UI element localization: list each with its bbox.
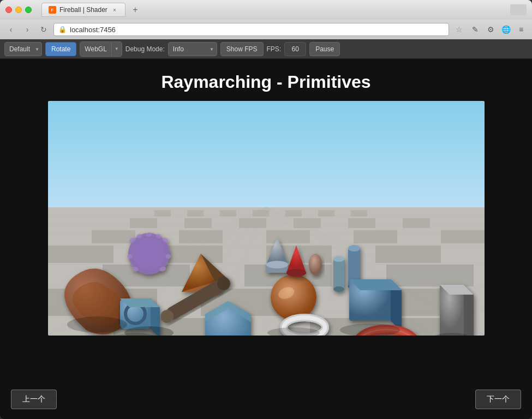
next-page-button[interactable]: 下一个 [475, 390, 521, 409]
extension-gear-icon[interactable]: ⚙ [484, 23, 497, 36]
browser-window: F Fireball | Shader × + ‹ › ↻ 🔒 localhos… [0, 0, 532, 419]
lock-icon: 🔒 [58, 26, 67, 33]
main-content: Raymarching - Primitives [0, 59, 532, 419]
back-button[interactable]: ‹ [4, 23, 17, 36]
svg-rect-23 [253, 210, 269, 217]
svg-rect-31 [348, 218, 375, 228]
prev-page-button[interactable]: 上一个 [11, 390, 57, 409]
svg-rect-22 [220, 210, 236, 217]
svg-point-73 [271, 274, 316, 320]
svg-rect-26 [351, 210, 367, 217]
extension-globe-icon[interactable]: 🌐 [499, 23, 512, 36]
traffic-lights [5, 7, 32, 13]
reload-button[interactable]: ↻ [37, 23, 50, 36]
webgl-dropdown-arrow[interactable]: ▼ [111, 42, 122, 56]
pause-button[interactable]: Pause [309, 42, 340, 56]
svg-rect-38 [48, 246, 113, 263]
debug-select-wrapper: None Info Wireframe Depth [168, 42, 217, 56]
page-title: Raymarching - Primitives [161, 72, 370, 92]
svg-rect-27 [130, 218, 157, 228]
svg-rect-0 [48, 101, 485, 207]
svg-point-55 [165, 254, 171, 259]
app-toolbar: Default Rotate WebGL ▼ Debug Mode: None … [0, 39, 532, 59]
rotate-button[interactable]: Rotate [45, 42, 76, 56]
address-input[interactable]: 🔒 localhost:7456 [53, 23, 449, 36]
webgl-group: WebGL ▼ [80, 41, 122, 57]
svg-rect-21 [187, 210, 204, 217]
svg-rect-33 [92, 230, 135, 243]
navigation-buttons: 上一个 下一个 [0, 390, 532, 409]
address-bar: ‹ › ↻ 🔒 localhost:7456 ☆ ✎ ⚙ 🌐 ≡ [0, 20, 532, 39]
svg-rect-36 [354, 230, 397, 243]
forward-button[interactable]: › [21, 23, 34, 36]
bookmark-button[interactable]: ☆ [452, 23, 465, 36]
debug-mode-label: Debug Mode: [125, 45, 165, 53]
svg-rect-44 [386, 265, 474, 286]
menu-button[interactable]: ≡ [515, 23, 528, 36]
url-text: localhost:7456 [70, 26, 116, 34]
svg-point-95 [266, 261, 288, 268]
tab-bar: F Fireball | Shader × + [41, 3, 506, 17]
svg-rect-29 [239, 218, 266, 228]
close-window-button[interactable] [5, 7, 12, 13]
svg-point-79 [333, 286, 344, 292]
svg-rect-77 [333, 259, 344, 289]
window-resize-control [510, 4, 527, 15]
browser-tab[interactable]: F Fireball | Shader × [41, 3, 125, 17]
new-tab-button[interactable]: + [129, 3, 142, 16]
maximize-window-button[interactable] [25, 7, 32, 13]
tab-favicon: F [49, 6, 56, 14]
svg-rect-32 [403, 218, 430, 228]
minimize-window-button[interactable] [15, 7, 22, 13]
fps-value: 60 [284, 42, 306, 56]
svg-point-78 [333, 256, 344, 262]
svg-point-54 [127, 254, 133, 259]
extension-toolbar: ✎ ⚙ 🌐 ≡ [469, 23, 528, 36]
tab-close-button[interactable]: × [111, 6, 118, 14]
svg-rect-34 [179, 230, 223, 243]
show-fps-button[interactable]: Show FPS [220, 42, 264, 56]
svg-rect-37 [441, 230, 485, 243]
svg-rect-20 [154, 210, 171, 217]
extension-pencil-icon[interactable]: ✎ [469, 23, 482, 36]
svg-point-52 [146, 232, 152, 237]
debug-mode-select[interactable]: None Info Wireframe Depth [168, 42, 217, 56]
svg-rect-35 [266, 230, 310, 243]
svg-point-109 [67, 316, 127, 333]
title-bar: F Fireball | Shader × + [0, 0, 532, 20]
webgl-canvas[interactable] [48, 101, 485, 336]
svg-point-60 [133, 237, 165, 270]
svg-point-81 [348, 245, 360, 252]
svg-rect-30 [294, 218, 321, 228]
default-select-wrapper: Default [4, 42, 42, 56]
svg-rect-25 [318, 210, 334, 217]
svg-rect-41 [375, 246, 441, 263]
svg-rect-24 [285, 210, 302, 217]
fps-label: FPS: [267, 45, 282, 53]
svg-point-97 [286, 269, 306, 277]
tab-title: Fireball | Shader [59, 6, 107, 14]
default-select[interactable]: Default [4, 42, 42, 56]
webgl-label: WebGL [80, 42, 111, 56]
svg-rect-28 [184, 218, 212, 228]
svg-point-98 [309, 254, 322, 276]
